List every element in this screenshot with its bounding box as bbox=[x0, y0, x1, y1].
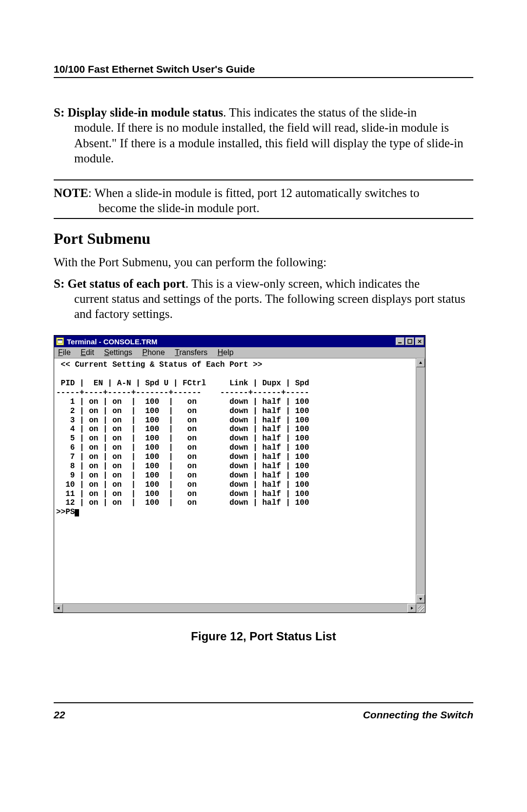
para2-label: S: Get status of each port bbox=[54, 277, 185, 290]
scroll-right-button[interactable] bbox=[407, 604, 416, 613]
note-rule-bottom bbox=[54, 218, 473, 219]
note-rule-top bbox=[54, 179, 473, 180]
note-first-tail: : When a slide-in module is fitted, port… bbox=[88, 186, 420, 199]
svg-rect-3 bbox=[408, 339, 412, 343]
close-button[interactable] bbox=[415, 337, 424, 345]
menu-edit[interactable]: Edit bbox=[81, 348, 94, 357]
paragraph-intro: With the Port Submenu, you can perform t… bbox=[54, 256, 473, 269]
menu-help[interactable]: Help bbox=[218, 348, 234, 357]
scroll-track-horizontal[interactable] bbox=[63, 604, 407, 613]
horizontal-scrollbar[interactable] bbox=[54, 603, 425, 613]
terminal-window: Terminal - CONSOLE.TRM File Edit Setting… bbox=[54, 335, 426, 613]
vertical-scrollbar[interactable] bbox=[416, 358, 425, 603]
para2-first-tail: . This is a view-only screen, which indi… bbox=[185, 277, 420, 290]
header-rule bbox=[54, 77, 473, 78]
svg-marker-9 bbox=[411, 607, 413, 610]
figure-caption: Figure 12, Port Status List bbox=[54, 630, 473, 643]
svg-rect-1 bbox=[58, 339, 62, 340]
svg-marker-7 bbox=[419, 598, 422, 600]
footer-rule bbox=[54, 702, 473, 703]
note-label: NOTE bbox=[54, 186, 88, 199]
note-block: NOTE: When a slide-in module is fitted, … bbox=[54, 185, 473, 216]
paragraph-port-status: S: Get status of each port. This is a vi… bbox=[54, 276, 473, 322]
note-continuation: become the slide-in module port. bbox=[54, 200, 473, 216]
section-heading: Port Submenu bbox=[54, 230, 473, 248]
terminal-text: << Current Setting & Status of Each Port… bbox=[56, 360, 414, 517]
para1-continuation: module. If there is no module installed,… bbox=[54, 120, 473, 166]
para2-continuation: current status and settings of the ports… bbox=[54, 291, 473, 322]
app-icon bbox=[56, 337, 64, 345]
footer-section-name: Connecting the Switch bbox=[363, 709, 473, 721]
svg-rect-2 bbox=[398, 342, 402, 343]
menubar: File Edit Settings Phone Transfers Help bbox=[54, 347, 425, 358]
resize-grip[interactable] bbox=[416, 604, 425, 613]
scroll-down-button[interactable] bbox=[416, 594, 425, 603]
menu-transfers[interactable]: Transfers bbox=[175, 348, 207, 357]
footer-page-number: 22 bbox=[54, 709, 65, 721]
para1-first-tail: . This indicates the status of the slide… bbox=[223, 106, 417, 119]
menu-file[interactable]: File bbox=[58, 348, 71, 357]
para1-label: S: Display slide-in module status bbox=[54, 106, 223, 119]
scroll-left-button[interactable] bbox=[54, 604, 63, 613]
svg-marker-8 bbox=[57, 607, 60, 610]
terminal-cursor bbox=[75, 509, 79, 516]
window-title: Terminal - CONSOLE.TRM bbox=[67, 337, 396, 346]
maximize-button[interactable] bbox=[405, 337, 414, 345]
scroll-up-button[interactable] bbox=[416, 358, 425, 367]
terminal-content: << Current Setting & Status of Each Port… bbox=[54, 358, 416, 603]
scroll-track-vertical[interactable] bbox=[416, 367, 425, 594]
page-header-title: 10/100 Fast Ethernet Switch User's Guide bbox=[54, 63, 473, 75]
svg-marker-6 bbox=[419, 361, 422, 364]
menu-phone[interactable]: Phone bbox=[142, 348, 165, 357]
titlebar: Terminal - CONSOLE.TRM bbox=[54, 336, 425, 347]
minimize-button[interactable] bbox=[396, 337, 405, 345]
paragraph-slide-in-status: S: Display slide-in module status. This … bbox=[54, 105, 473, 166]
menu-settings[interactable]: Settings bbox=[104, 348, 132, 357]
